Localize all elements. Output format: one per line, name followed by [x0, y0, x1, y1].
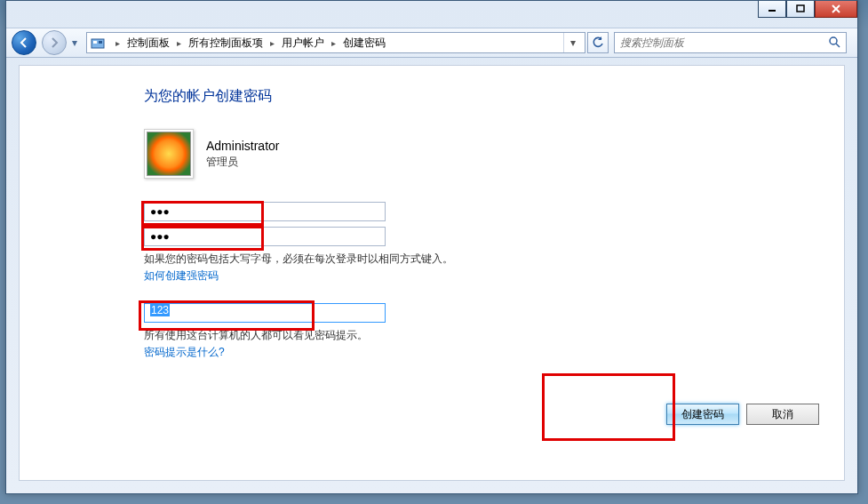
maximize-button[interactable]	[786, 0, 815, 18]
svg-rect-1	[797, 5, 804, 12]
nav-history-dropdown[interactable]: ▾	[68, 34, 81, 52]
highlight-box	[542, 373, 675, 441]
breadcrumb-segment[interactable]: 所有控制面板项	[185, 36, 267, 51]
confirm-password-input[interactable]	[144, 227, 386, 246]
chevron-right-icon: ▸	[173, 38, 185, 48]
search-icon[interactable]	[828, 36, 840, 51]
chevron-right-icon: ▸	[267, 38, 278, 48]
control-panel-icon	[91, 36, 107, 50]
account-role: 管理员	[206, 155, 279, 170]
page-title: 为您的帐户创建密码	[144, 87, 817, 106]
search-box	[614, 32, 847, 53]
svg-point-7	[830, 37, 837, 44]
create-password-button[interactable]: 创建密码	[666, 404, 739, 425]
nav-bar: ▾ ▸ 控制面板 ▸ 所有控制面板项 ▸ 用户帐户 ▸ 创建密码 ▾	[6, 28, 857, 58]
window-controls	[758, 0, 857, 20]
breadcrumb-segment[interactable]: 用户帐户	[278, 36, 328, 51]
caps-warning-text: 如果您的密码包括大写字母，必须在每次登录时以相同方式键入。	[144, 252, 817, 267]
nav-back-button[interactable]	[12, 30, 36, 55]
hint-info-text: 所有使用这台计算机的人都可以看见密码提示。	[144, 328, 817, 343]
search-input[interactable]	[620, 36, 828, 49]
chevron-right-icon: ▸	[112, 38, 123, 48]
chevron-right-icon: ▸	[328, 38, 339, 48]
refresh-button[interactable]	[587, 32, 609, 53]
content-area: 为您的帐户创建密码 Administrator 管理员 如果您的密码包括大写字母…	[19, 65, 845, 481]
breadcrumb-segment[interactable]: 创建密码	[339, 36, 389, 51]
address-bar[interactable]: ▸ 控制面板 ▸ 所有控制面板项 ▸ 用户帐户 ▸ 创建密码 ▾	[86, 32, 585, 53]
password-hint-input[interactable]: 123	[144, 303, 386, 323]
cancel-button[interactable]: 取消	[746, 404, 819, 425]
svg-rect-5	[93, 41, 97, 44]
breadcrumb-segment[interactable]: 控制面板	[123, 36, 173, 51]
address-dropdown[interactable]: ▾	[563, 33, 581, 52]
hint-help-link[interactable]: 密码提示是什么?	[144, 345, 817, 360]
strong-password-link[interactable]: 如何创建强密码	[144, 268, 817, 284]
svg-line-8	[836, 44, 840, 47]
account-name: Administrator	[206, 139, 279, 153]
account-info: Administrator 管理员	[144, 129, 817, 179]
nav-forward-button[interactable]	[42, 30, 67, 55]
close-button[interactable]	[815, 0, 857, 18]
minimize-button[interactable]	[758, 0, 786, 18]
svg-rect-6	[99, 41, 102, 44]
window-frame: ▾ ▸ 控制面板 ▸ 所有控制面板项 ▸ 用户帐户 ▸ 创建密码 ▾ 为您的帐户…	[5, 0, 858, 494]
new-password-input[interactable]	[144, 202, 386, 221]
avatar	[144, 129, 194, 179]
